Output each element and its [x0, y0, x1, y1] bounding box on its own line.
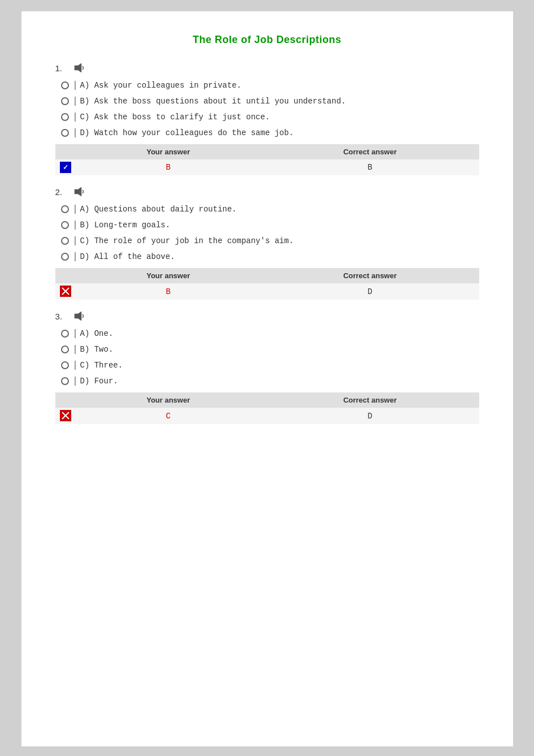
- option-text-1-1: A) Ask your colleagues in private.: [75, 81, 242, 90]
- option-row-2-3: C) The role of your job in the company's…: [55, 236, 479, 245]
- your-answer-val-2: B: [76, 283, 261, 300]
- answer-icon-cell-1: ✓: [55, 159, 76, 175]
- radio-1-1[interactable]: [61, 81, 69, 89]
- option-text-1-3: C) Ask the boss to clarify it just once.: [75, 113, 270, 122]
- option-text-2-3: C) The role of your job in the company's…: [75, 236, 294, 245]
- question-block-3: 3. A) One.B) Two.C) Three.D) Four.Your a…: [55, 311, 479, 424]
- correct-answer-header-3: Correct answer: [261, 392, 479, 408]
- svg-marker-0: [75, 63, 81, 72]
- answer-table-2: Your answerCorrect answer BD: [55, 268, 479, 300]
- option-row-2-1: A) Questions about daily routine.: [55, 205, 479, 214]
- svg-marker-4: [75, 312, 81, 321]
- option-text-3-3: C) Three.: [75, 361, 123, 370]
- page-container: The Role of Job Descriptions 1. A) Ask y…: [21, 11, 513, 746]
- option-text-2-2: B) Long-term goals.: [75, 221, 171, 230]
- radio-2-2[interactable]: [61, 221, 69, 229]
- option-row-3-1: A) One.: [55, 329, 479, 338]
- question-block-1: 1. A) Ask your colleagues in private.B) …: [55, 63, 479, 175]
- question-header-3: 3.: [55, 311, 479, 321]
- option-text-1-4: D) Watch how your colleagues do the same…: [75, 128, 294, 137]
- your-answer-header-1: Your answer: [76, 144, 261, 159]
- option-text-3-2: B) Two.: [75, 345, 114, 354]
- your-answer-header-3: Your answer: [76, 392, 261, 408]
- option-row-1-4: D) Watch how your colleagues do the same…: [55, 128, 479, 137]
- option-text-3-4: D) Four.: [75, 377, 118, 386]
- your-answer-val-3: C: [76, 408, 261, 424]
- incorrect-icon-3: [60, 410, 71, 421]
- question-header-1: 1.: [55, 63, 479, 73]
- answer-table-th0-3: [55, 392, 76, 408]
- speaker-icon-1[interactable]: [73, 63, 86, 73]
- question-number-2: 2.: [55, 187, 69, 197]
- option-row-3-2: B) Two.: [55, 345, 479, 354]
- option-row-3-3: C) Three.: [55, 361, 479, 370]
- answer-table-th0-1: [55, 144, 76, 159]
- question-block-2: 2. A) Questions about daily routine.B) L…: [55, 187, 479, 300]
- radio-1-2[interactable]: [61, 97, 69, 105]
- svg-marker-1: [75, 187, 81, 196]
- correct-answer-val-2: D: [261, 283, 479, 300]
- option-text-2-1: A) Questions about daily routine.: [75, 205, 237, 214]
- correct-icon: ✓: [60, 162, 71, 173]
- your-answer-val-1: B: [76, 159, 261, 175]
- answer-table-3: Your answerCorrect answer CD: [55, 392, 479, 424]
- correct-answer-val-3: D: [261, 408, 479, 424]
- answer-icon-cell-2: [55, 283, 76, 300]
- option-text-3-1: A) One.: [75, 329, 114, 338]
- question-number-1: 1.: [55, 63, 69, 73]
- radio-3-3[interactable]: [61, 361, 69, 369]
- radio-3-2[interactable]: [61, 345, 69, 353]
- answer-table-th0-2: [55, 268, 76, 283]
- option-row-1-1: A) Ask your colleagues in private.: [55, 81, 479, 90]
- radio-1-3[interactable]: [61, 113, 69, 121]
- option-text-2-4: D) All of the above.: [75, 252, 175, 261]
- radio-1-4[interactable]: [61, 129, 69, 137]
- radio-3-1[interactable]: [61, 330, 69, 338]
- questions-container: 1. A) Ask your colleagues in private.B) …: [55, 63, 479, 424]
- option-row-1-3: C) Ask the boss to clarify it just once.: [55, 113, 479, 122]
- answer-icon-cell-3: [55, 408, 76, 424]
- your-answer-header-2: Your answer: [76, 268, 261, 283]
- speaker-icon-3[interactable]: [73, 311, 86, 321]
- radio-2-1[interactable]: [61, 205, 69, 213]
- option-row-2-2: B) Long-term goals.: [55, 221, 479, 230]
- radio-3-4[interactable]: [61, 377, 69, 385]
- correct-answer-val-1: B: [261, 159, 479, 175]
- option-row-3-4: D) Four.: [55, 377, 479, 386]
- radio-2-3[interactable]: [61, 237, 69, 245]
- option-text-1-2: B) Ask the boss questions about it until…: [75, 97, 346, 106]
- radio-2-4[interactable]: [61, 253, 69, 261]
- question-number-3: 3.: [55, 312, 69, 321]
- option-row-2-4: D) All of the above.: [55, 252, 479, 261]
- question-header-2: 2.: [55, 187, 479, 197]
- answer-table-1: Your answerCorrect answer✓BB: [55, 144, 479, 175]
- incorrect-icon-2: [60, 286, 71, 297]
- correct-answer-header-2: Correct answer: [261, 268, 479, 283]
- correct-answer-header-1: Correct answer: [261, 144, 479, 159]
- option-row-1-2: B) Ask the boss questions about it until…: [55, 97, 479, 106]
- page-title: The Role of Job Descriptions: [55, 34, 479, 46]
- speaker-icon-2[interactable]: [73, 187, 86, 197]
